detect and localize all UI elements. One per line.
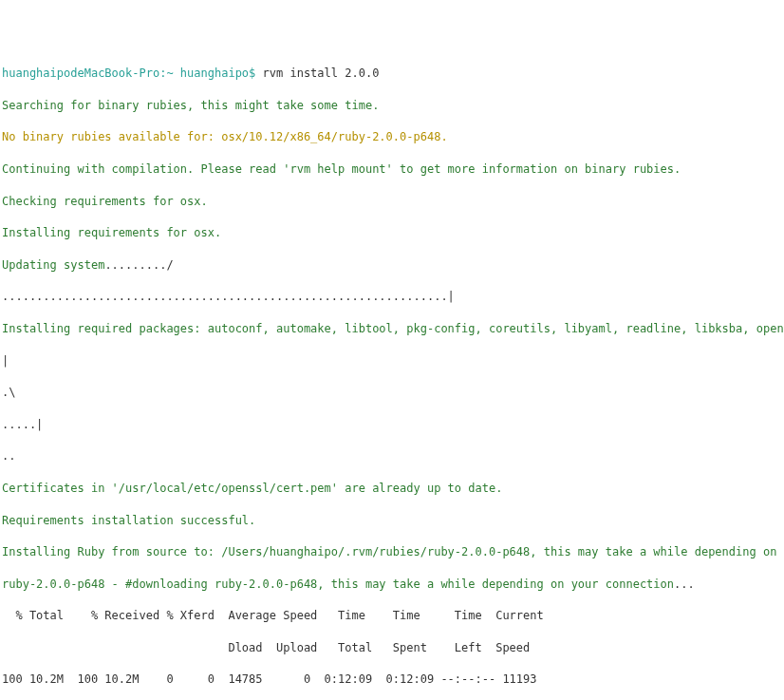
command-text: rvm install 2.0.0 (255, 66, 379, 80)
output-line: Searching for binary rubies, this might … (2, 98, 784, 114)
output-line: .....| (2, 417, 784, 433)
curl-header: % Total % Received % Xferd Average Speed… (2, 608, 784, 624)
output-line: Installing required packages: autoconf, … (2, 321, 784, 337)
shell-prompt: huanghaipodeMacBook-Pro:~ huanghaipo$ (2, 66, 255, 80)
curl-header: Dload Upload Total Spent Left Speed (2, 640, 784, 656)
curl-progress: 100 10.2M 100 10.2M 0 0 14785 0 0:12:09 … (2, 672, 784, 688)
output-line: Updating system........./ (2, 257, 784, 274)
output-line: | (2, 353, 784, 369)
output-line: Certificates in '/usr/local/etc/openssl/… (2, 481, 784, 497)
output-line: Installing requirements for osx. (2, 225, 784, 241)
status-text: ruby-2.0.0-p648 - #downloading ruby-2.0.… (2, 577, 674, 591)
output-line: Continuing with compilation. Please read… (2, 161, 784, 178)
output-line: Installing Ruby from source to: /Users/h… (2, 544, 784, 560)
output-line: ruby-2.0.0-p648 - #downloading ruby-2.0.… (2, 577, 784, 593)
output-line: Requirements installation successful. (2, 513, 784, 529)
output-line: No binary rubies available for: osx/10.1… (2, 129, 784, 145)
output-line: Checking requirements for osx. (2, 194, 784, 210)
status-text: Updating system (2, 258, 104, 272)
output-line: .. (2, 448, 784, 464)
spinner: / (166, 258, 173, 272)
output-line: .\ (2, 385, 784, 401)
progress-dots: ........................................… (2, 289, 784, 305)
progress-dots: ... (674, 577, 695, 591)
progress-dots: ......... (104, 258, 166, 272)
prompt-line: huanghaipodeMacBook-Pro:~ huanghaipo$ rv… (2, 66, 784, 82)
